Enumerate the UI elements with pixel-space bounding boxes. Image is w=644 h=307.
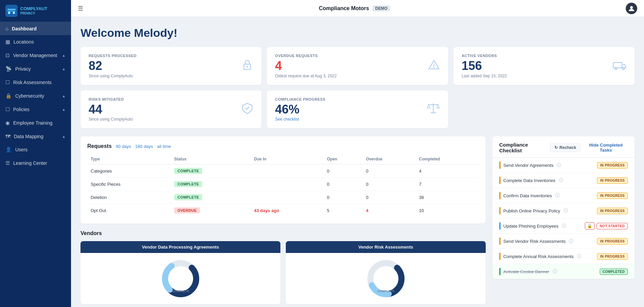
recheck-button[interactable]: ↻ Recheck (550, 143, 580, 152)
stat-requests-processed: REQUESTS PROCESSED 82 Since using Comply… (80, 47, 261, 85)
status-badge: IN PROGRESS (597, 177, 628, 184)
row-status: COMPLETE (171, 191, 251, 204)
checklist-items-list: Send Vendor Agreements ⓘ IN PROGRESS Com… (492, 158, 635, 279)
bar-indicator (499, 177, 501, 184)
sidebar-label-data-mapping: Data Mapping (14, 134, 43, 139)
sidebar-item-users[interactable]: 👤 Users (0, 143, 71, 156)
file-icon: ☐ (5, 79, 10, 85)
grid-icon: ▦ (5, 39, 10, 45)
risks-mitigated-label: RISKS MITIGATED (89, 97, 133, 101)
bar-indicator (499, 222, 501, 230)
sidebar-label-learning-center: Learning Center (13, 160, 47, 166)
stat-active-vendors: ACTIVE VENDORS 156 Last added Sep 15, 20… (454, 47, 635, 85)
svg-text:COMPLETE: COMPLETE (377, 289, 394, 293)
sidebar-label-risk-assessments: Risk Assessments (13, 80, 52, 85)
sidebar-item-learning-center[interactable]: ☰ Learning Center (0, 156, 71, 170)
compliance-progress-label: COMPLIANCE PROGRESS (275, 97, 325, 101)
chevron-up-icon: ▲ (62, 53, 66, 57)
active-vendors-value: 156 (462, 59, 507, 73)
bar-indicator (499, 268, 501, 275)
bar-indicator (499, 253, 501, 260)
sidebar-label-vendor-management: Vendor Management (13, 53, 57, 58)
row-status: COMPLETE (171, 178, 251, 191)
training-icon: ◉ (5, 120, 10, 126)
compliance-progress-sub[interactable]: See checklist (275, 117, 325, 122)
row-status: COMPLETE (171, 164, 251, 178)
overdue-requests-value: 4 (275, 59, 337, 73)
col-due-in: Due In (251, 154, 323, 164)
sidebar-item-vendor-management[interactable]: ⊡ Vendor Management ▲ (0, 49, 71, 62)
sidebar-item-dashboard[interactable]: ⌂ Dashboard (0, 22, 71, 35)
compliance-checklist: Compliance Checklist ↻ Recheck Hide Comp… (492, 136, 635, 279)
link-90-days[interactable]: 90 days (116, 144, 131, 149)
topbar-company: Compliance Motors DEMO (319, 5, 390, 11)
hide-completed-button[interactable]: Hide Completed Tasks (584, 143, 628, 153)
demo-badge: DEMO (372, 5, 390, 11)
table-row: Opt Out OVERDUE 43 days ago 5 4 10 (87, 204, 479, 217)
col-open: Open (323, 154, 363, 164)
vendor-icon: ⊡ (5, 52, 10, 58)
svg-rect-1 (7, 11, 16, 11)
vendor-dpa-body: COMPLETE (80, 253, 280, 304)
stat-risks-mitigated: RISKS MITIGATED 44 Since using ComplyAut… (80, 91, 261, 129)
checklist-item-label: Send Vendor Risk Assessments (503, 239, 566, 244)
sidebar-item-risk-assessments[interactable]: ☐ Risk Assessments (0, 76, 71, 89)
checklist-title: Compliance Checklist (499, 142, 550, 153)
link-all-time[interactable]: all time (157, 144, 171, 149)
checklist-item-label: Activate Cookie Banner (503, 269, 549, 274)
svg-rect-0 (7, 9, 16, 10)
svg-text:COMPLETE: COMPLETE (172, 289, 189, 293)
svg-point-8 (433, 67, 434, 68)
link-180-days[interactable]: 180 days (135, 144, 153, 149)
sidebar-item-policies[interactable]: ☐ Policies ▲ (0, 103, 71, 116)
sidebar-item-privacy[interactable]: 📡 Privacy ▲ (0, 62, 71, 76)
users-icon: 👤 (5, 147, 12, 153)
row-type: Deletion (87, 191, 171, 204)
active-vendors-label: ACTIVE VENDORS (462, 54, 507, 58)
sidebar-item-data-mapping[interactable]: 🗺 Data Mapping ▲ (0, 130, 71, 143)
stat-compliance-progress: COMPLIANCE PROGRESS 46% See checklist (267, 91, 448, 129)
logo-text: COMPLYAUT PRIVACY (20, 6, 47, 16)
user-avatar[interactable] (626, 3, 637, 14)
welcome-heading: Welcome Melody! (80, 26, 635, 40)
checklist-column: Compliance Checklist ↻ Recheck Hide Comp… (492, 136, 635, 304)
sidebar-label-cybersecurity: Cybersecurity (15, 93, 44, 99)
checklist-item-label: Complete Annual Risk Assessments (503, 254, 574, 259)
svg-point-6 (247, 66, 248, 68)
checklist-item-annual-risk: Complete Annual Risk Assessments ⓘ IN PR… (492, 249, 635, 264)
checklist-item-activate-cookie: Activate Cookie Banner ⓘ COMPLETED (492, 264, 635, 279)
checklist-item-label: Publish Online Privacy Policy (503, 208, 560, 213)
sidebar-item-locations[interactable]: ▦ Locations (0, 35, 71, 49)
menu-toggle-button[interactable]: ☰ (78, 5, 83, 12)
scale-stat-icon (427, 102, 440, 117)
vendors-grid: Vendor Data Processing Agreements COMPLE… (80, 241, 486, 304)
sidebar-label-dashboard: Dashboard (12, 26, 37, 31)
info-icon: ⓘ (564, 208, 568, 214)
checklist-item-send-vendor-agreements: Send Vendor Agreements ⓘ IN PROGRESS (492, 158, 635, 173)
sidebar-label-employee-training: Employee Training (13, 120, 52, 126)
checklist-item-publish-privacy-policy: Publish Online Privacy Policy ⓘ IN PROGR… (492, 203, 635, 219)
vendor-dpa-card: Vendor Data Processing Agreements COMPLE… (80, 241, 280, 304)
chevron-up-icon-policies: ▲ (62, 107, 66, 111)
svg-rect-9 (613, 62, 622, 68)
main-content: ☰ Compliance Motors DEMO Welcome Melody!… (71, 0, 644, 307)
lock-stat-icon (241, 59, 253, 73)
row-type: Specific Pieces (87, 178, 171, 191)
checklist-item-label: Confirm Data Inventories (503, 193, 552, 198)
requests-title: Requests 90 days 180 days all time (87, 143, 479, 149)
requests-processed-label: REQUESTS PROCESSED (89, 54, 137, 58)
topbar: ☰ Compliance Motors DEMO (71, 0, 644, 17)
lower-grid: Requests 90 days 180 days all time Type … (80, 136, 635, 304)
info-icon: ⓘ (553, 268, 557, 275)
logo-icon (5, 5, 18, 17)
sidebar-item-employee-training[interactable]: ◉ Employee Training (0, 116, 71, 130)
sidebar-item-cybersecurity[interactable]: 🔒 Cybersecurity ▲ (0, 89, 71, 103)
home-icon: ⌂ (5, 26, 8, 31)
status-badge: IN PROGRESS (597, 208, 628, 214)
shield-stat-icon (241, 102, 253, 117)
checklist-actions: ↻ Recheck Hide Completed Tasks (550, 143, 628, 153)
status-badge: COMPLETED (600, 268, 628, 275)
status-badge: NOT STARTED (597, 223, 628, 229)
overdue-requests-label: OVERDUE REQUESTS (275, 54, 337, 58)
compliance-progress-value: 46% (275, 103, 325, 116)
